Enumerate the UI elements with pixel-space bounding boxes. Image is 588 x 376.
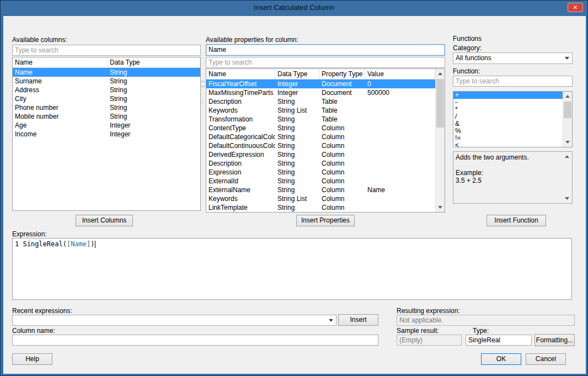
scrollbar-thumb[interactable]	[436, 79, 444, 128]
table-row[interactable]: DescriptionStringColumn	[206, 159, 435, 168]
column-header-name[interactable]: Name	[13, 57, 108, 67]
table-row[interactable]: FiscalYearOffsetIntegerDocument0	[206, 80, 435, 88]
function-list-scrollbar[interactable]	[563, 92, 572, 147]
titlebar[interactable]: Insert Calculated Column ✕	[1, 1, 587, 16]
columns-table-header[interactable]: Name Data Type	[13, 57, 200, 68]
table-cell: ExternalName	[206, 186, 275, 194]
function-list-item[interactable]: &	[453, 120, 563, 128]
table-row[interactable]: KeywordsString ListColumn	[206, 194, 435, 203]
scroll-up-icon[interactable]	[563, 92, 572, 101]
table-cell: Keywords	[206, 106, 275, 115]
table-cell: Age	[13, 121, 108, 130]
resulting-expression-field: Not applicable.	[397, 315, 575, 326]
prop-header-name[interactable]: Name	[206, 69, 275, 79]
description-line: Example:	[456, 169, 562, 177]
table-row[interactable]: SurnameString	[13, 77, 200, 86]
table-row[interactable]: AgeInteger	[13, 121, 200, 130]
scroll-up-icon[interactable]	[563, 152, 571, 161]
insert-properties-button[interactable]: Insert Properties	[296, 215, 355, 226]
expression-editor[interactable]: 1 SingleReal([Name])	[12, 238, 572, 300]
help-button[interactable]: Help	[12, 353, 52, 365]
category-dropdown[interactable]: All functions	[453, 52, 573, 64]
properties-table-header[interactable]: Name Data Type Property Type Value	[206, 69, 435, 80]
property-column-field[interactable]: Name	[206, 44, 445, 56]
scroll-down-icon[interactable]	[436, 203, 445, 212]
table-row[interactable]: DefaultContinuousColo...StringColumn	[206, 141, 435, 150]
table-row[interactable]: MaxMissingTimePartsIntegerDocument500000	[206, 88, 435, 97]
functions-label: Functions	[453, 35, 482, 43]
insert-function-button[interactable]: Insert Function	[487, 215, 546, 226]
table-row[interactable]: DefaultCategoricalColo...StringColumn	[206, 133, 435, 141]
properties-search-input[interactable]	[206, 57, 445, 68]
function-list-item[interactable]: /	[453, 113, 563, 120]
table-row[interactable]: ExternalIdStringColumn	[206, 177, 435, 186]
function-list-item[interactable]: *	[453, 106, 563, 113]
properties-table: Name Data Type Property Type Value Fisca…	[206, 68, 445, 213]
table-row[interactable]: ExternalNameStringColumnName	[206, 186, 435, 194]
table-cell: FiscalYearOffset	[206, 80, 275, 88]
table-cell: ContentType	[206, 124, 275, 133]
table-row[interactable]: KeywordsString ListTable	[206, 106, 435, 115]
function-list-item[interactable]: +	[453, 92, 563, 99]
scrollbar-thumb[interactable]	[564, 102, 571, 118]
table-row[interactable]: CityString	[13, 94, 200, 103]
table-cell	[365, 133, 435, 141]
table-row[interactable]: LinkTemplateStringColumn	[206, 203, 435, 212]
formatting-button[interactable]: Formatting...	[534, 334, 575, 346]
scroll-up-icon[interactable]	[436, 69, 445, 78]
table-cell: Address	[13, 86, 108, 94]
table-cell: String	[275, 186, 319, 194]
column-header-datatype[interactable]: Data Type	[108, 57, 200, 67]
table-cell: String	[275, 168, 319, 177]
table-cell: DefaultContinuousColo...	[206, 141, 275, 150]
description-line: Adds the two arguments.	[456, 153, 562, 161]
prop-header-datatype[interactable]: Data Type	[275, 69, 319, 79]
properties-table-body: FiscalYearOffsetIntegerDocument0MaxMissi…	[206, 80, 435, 212]
description-scrollbar[interactable]	[563, 152, 572, 203]
scroll-down-icon[interactable]	[563, 137, 572, 147]
function-list-item[interactable]: !=	[453, 135, 563, 142]
table-cell: Table	[319, 97, 365, 106]
table-row[interactable]: DerivedExpressionStringColumn	[206, 150, 435, 159]
columns-search-input[interactable]	[12, 45, 201, 56]
table-cell: String	[275, 97, 319, 106]
table-cell: Phone number	[13, 103, 108, 112]
sample-result-label: Sample result:	[397, 327, 439, 335]
table-row[interactable]: TransformationStringTable	[206, 115, 435, 124]
table-row[interactable]: NameString	[13, 68, 200, 77]
function-list-item[interactable]: <	[453, 142, 563, 147]
function-search-input[interactable]	[453, 76, 573, 87]
table-cell: Integer	[108, 130, 200, 139]
table-cell: String	[275, 159, 319, 168]
table-cell: String List	[275, 106, 319, 115]
table-row[interactable]: AddressString	[13, 86, 200, 94]
table-row[interactable]: Phone numberString	[13, 103, 200, 112]
table-cell: Column	[319, 133, 365, 141]
table-row[interactable]: Mobile numberString	[13, 112, 200, 121]
table-row[interactable]: DescriptionStringTable	[206, 97, 435, 106]
table-cell: Surname	[13, 77, 108, 86]
prop-header-value[interactable]: Value	[365, 69, 435, 79]
prop-header-propertytype[interactable]: Property Type	[319, 69, 365, 79]
table-cell	[365, 115, 435, 124]
recent-insert-button[interactable]: Insert	[338, 314, 378, 326]
table-cell: String	[108, 68, 200, 77]
scroll-down-icon[interactable]	[563, 194, 571, 203]
insert-columns-button[interactable]: Insert Columns	[76, 215, 133, 226]
ok-button[interactable]: OK	[481, 353, 521, 365]
function-list-item[interactable]: %	[453, 128, 563, 135]
function-list-item[interactable]: -	[453, 99, 563, 106]
close-button[interactable]: ✕	[568, 3, 583, 12]
column-name-input[interactable]	[12, 335, 378, 346]
table-cell: String	[275, 150, 319, 159]
table-row[interactable]: ContentTypeStringColumn	[206, 124, 435, 133]
properties-scrollbar[interactable]	[435, 69, 445, 212]
recent-expressions-dropdown[interactable]	[12, 315, 336, 326]
table-row[interactable]: ExpressionStringColumn	[206, 168, 435, 177]
table-cell: String	[275, 141, 319, 150]
cancel-button[interactable]: Cancel	[526, 353, 566, 365]
table-cell: LinkTemplate	[206, 203, 275, 212]
table-row[interactable]: IncomeInteger	[13, 130, 200, 139]
table-cell: String	[275, 177, 319, 186]
expression-code-prefix: SingleReal(	[23, 240, 66, 248]
